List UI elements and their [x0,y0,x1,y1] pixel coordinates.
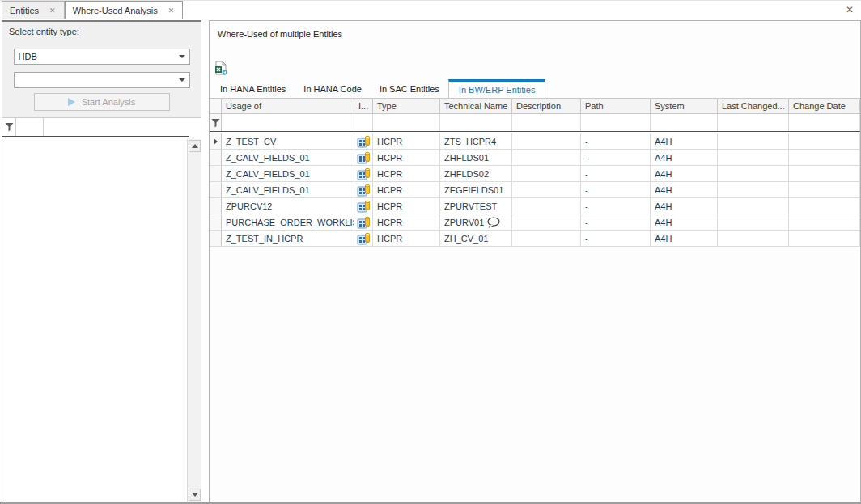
tab-entities-label: Entities [10,6,39,15]
close-icon[interactable]: ✕ [49,6,57,15]
cell-type: HCPR [373,231,440,247]
col-last-changed[interactable]: Last Changed... [718,99,789,114]
cell-type: HCPR [373,182,440,198]
current-row-indicator [210,133,222,150]
grid-header-row: Usage of I... Type Technical Name Descri… [210,99,860,114]
cell-technical-name: ZH_CV_01 [440,231,512,247]
cell-change-date [789,133,860,150]
filter-cell[interactable] [44,118,189,136]
cell-last-changed [718,182,789,198]
col-system[interactable]: System [651,99,718,114]
entity-list-scrollbar[interactable] [187,139,201,502]
cell-technical-name: ZHFLDS02 [440,166,512,182]
row-header-cell [210,166,222,182]
cell-system: A4H [651,198,718,214]
col-technical-name[interactable]: Technical Name [440,99,512,114]
cell-system: A4H [651,166,718,182]
where-used-analysis-window: { "icons": { "close": "✕" }, "colors": {… [0,0,861,504]
tab-in-hana-code[interactable]: In HANA Code [295,79,371,98]
cell-last-changed [718,231,789,247]
cell-system: A4H [651,182,718,198]
filter-cell[interactable] [440,114,512,131]
scroll-down-button[interactable] [189,489,201,501]
panel-close-button[interactable]: ✕ [843,3,856,16]
cell-type: HCPR [373,214,440,231]
entity-name-combobox[interactable] [14,72,190,88]
start-analysis-label: Start Analysis [82,97,136,107]
main-tabstrip: Entities ✕ Where-Used Analysis ✕ [0,1,183,19]
filter-cell[interactable] [789,114,860,131]
table-row[interactable]: Z_TEST_IN_HCPR HCPR ZH_CV_01 - A4H [210,231,860,247]
row-arrow-icon [214,138,218,145]
col-icon[interactable]: I... [354,99,373,114]
cell-change-date [789,150,860,166]
col-description[interactable]: Description [512,99,581,114]
cell-technical-name: ZTS_HCPR4 [440,133,512,150]
results-grid: Usage of I... Type Technical Name Descri… [210,98,860,247]
cell-change-date [789,182,860,198]
filter-cell[interactable] [651,114,718,131]
cell-type: HCPR [373,198,440,214]
scroll-up-button[interactable] [189,140,201,152]
filter-icon [210,114,222,131]
col-usage-of[interactable]: Usage of [222,99,354,114]
cell-description [512,166,581,182]
cell-path: - [581,182,651,198]
table-row[interactable]: Z_CALV_FIELDS_01 HCPR ZHFLDS01 - A4H [210,150,860,166]
cell-path: - [581,214,651,231]
chevron-down-icon [179,78,185,82]
table-row[interactable]: ZPURCV12 HCPR ZPURVTEST - A4H [210,198,860,214]
cell-change-date [789,166,860,182]
table-row[interactable]: PURCHASE_ORDER_WORKLIST HCPR ZPURV01 - A… [210,214,860,231]
cell-usage-of: Z_CALV_FIELDS_01 [222,166,354,182]
results-title: Where-Used of multiple Entities [218,29,342,39]
list-divider [2,136,189,138]
chevron-down-icon [179,55,185,58]
row-header-cell [210,214,222,231]
table-row[interactable]: Z_CALV_FIELDS_01 HCPR ZHFLDS02 - A4H [210,166,860,182]
composite-provider-icon [354,182,373,198]
filter-cell[interactable] [354,114,373,131]
cell-usage-of: PURCHASE_ORDER_WORKLIST [222,214,354,231]
entity-name-dropdown-button[interactable] [175,73,189,87]
table-row[interactable]: Z_TEST_CV HCPR ZTS_HCPR4 - A4H [210,133,860,150]
cell-type: HCPR [373,166,440,182]
entity-type-combobox[interactable]: HDB [14,49,190,65]
filter-cell[interactable] [373,114,440,131]
tab-in-hana-entities[interactable]: In HANA Entities [211,79,295,98]
filter-cell[interactable] [222,114,354,131]
filter-cell[interactable] [718,114,789,131]
arrow-down-icon [192,493,198,497]
export-to-excel-button[interactable] [213,60,229,76]
entity-list-filter-row[interactable] [2,118,189,136]
cell-description [512,198,581,214]
grid-filter-row [210,114,860,131]
col-change-date[interactable]: Change Date [789,99,860,114]
cell-usage-of: Z_TEST_CV [222,133,354,150]
tab-in-bw-erp-entities[interactable]: In BW/ERP Entities [448,79,546,98]
close-icon[interactable]: ✕ [168,6,176,15]
cell-system: A4H [651,231,718,247]
tab-where-used-analysis[interactable]: Where-Used Analysis ✕ [65,1,184,19]
filter-cell[interactable] [581,114,651,131]
cell-technical-name: ZPURV01 [440,214,512,231]
cell-description [512,214,581,231]
filter-cell[interactable] [512,114,581,131]
cell-technical-name: ZHFLDS01 [440,150,512,166]
cell-last-changed [718,150,789,166]
tab-in-sac-entities[interactable]: In SAC Entities [371,79,448,98]
start-analysis-button[interactable]: Start Analysis [34,93,170,111]
cell-type: HCPR [373,133,440,150]
table-row[interactable]: Z_CALV_FIELDS_01 HCPR ZEGFIELDS01 - A4H [210,182,860,198]
filter-cell[interactable] [15,118,44,136]
row-header-cell [210,198,222,214]
col-type[interactable]: Type [373,99,440,114]
where-used-results-panel: Where-Used of multiple Entities In HANA … [209,20,861,502]
excel-export-icon [214,61,227,75]
comment-balloon-icon[interactable] [486,217,500,228]
entity-type-dropdown-button[interactable] [175,49,189,64]
cell-description [512,231,581,247]
col-path[interactable]: Path [581,99,651,114]
composite-provider-icon [354,214,373,231]
tab-entities[interactable]: Entities ✕ [2,1,65,19]
